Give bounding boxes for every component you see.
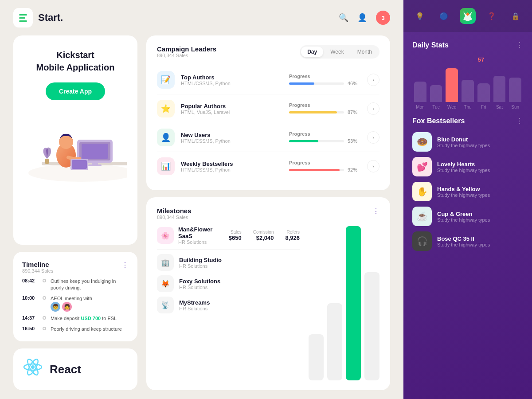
ms-icon-2: 🏢 <box>157 254 174 271</box>
bestseller-item: 🍩 Blue Donut Study the highway types <box>412 132 523 152</box>
ms-icon-1: 🌸 <box>157 227 174 244</box>
campaign-rows: 📝 Top Authors HTML/CSS/JS, Python Progre… <box>157 66 379 180</box>
bestseller-list: 🍩 Blue Donut Study the highway types 💕 L… <box>412 132 523 251</box>
bar-fri <box>477 83 490 102</box>
content: Kickstart Mobile Application Create App <box>0 35 403 399</box>
milestones-subtitle: 890,344 Sales <box>157 215 192 220</box>
create-app-button[interactable]: Create App <box>46 82 105 100</box>
tab-week[interactable]: Week <box>324 47 350 57</box>
bar-sat <box>493 76 506 102</box>
illustration <box>24 111 127 182</box>
popular-authors-icon: ⭐ <box>157 100 175 117</box>
svg-rect-6 <box>88 164 102 166</box>
header: Start. 🔍 👤 3 <box>0 0 403 35</box>
milestone-row-2: 🏢 Building Studio HR Solutions <box>157 254 300 271</box>
search-icon[interactable]: 🔍 <box>339 13 348 23</box>
campaign-title: Campaign Leaders <box>157 45 216 53</box>
milestones-chart <box>309 226 379 380</box>
bar-sun <box>509 78 521 102</box>
bs-img-2: 💕 <box>412 157 432 176</box>
chart-bars <box>412 65 523 102</box>
peak-label: 57 <box>439 56 523 63</box>
milestones-title: Milestones <box>157 207 192 215</box>
bs-img-1: 🍩 <box>412 132 432 152</box>
timeline-subtitle: 890,344 Sales <box>22 268 53 274</box>
timeline-item: 16:50 Poorly driving and keep structure <box>22 326 129 332</box>
daily-stats-section: Daily Stats ⋮ 57 Mon Tue Wed Thu Fri Sat <box>403 32 532 110</box>
campaign-card: Campaign Leaders 890,344 Sales Day Week … <box>146 35 390 190</box>
bs-img-5: 🎧 <box>412 231 432 251</box>
weekly-bestsellers-icon: 📊 <box>157 157 175 175</box>
nav-fox-icon[interactable] <box>460 8 476 24</box>
ms-bar-4 <box>364 272 379 380</box>
fox-bestsellers-title: Fox Bestsellers <box>412 117 465 125</box>
react-label: React <box>50 363 81 376</box>
milestones-list: 🌸 Man&Flower SaaS HR Solutions Sales $65… <box>157 226 300 380</box>
timeline-item: 14:37 Make deposit USD 700 to ESL <box>22 315 129 322</box>
milestone-row-4: 📡 MyStreams HR Solutions <box>157 297 300 313</box>
timeline-item: 10:00 AEOL meeting with 👦 👧 <box>22 295 129 312</box>
fox-bestsellers-more[interactable]: ⋮ <box>516 117 523 125</box>
ms-bar-1 <box>309 334 324 380</box>
timeline-card: Timeline 890,344 Sales ⋮ 08:42 Outlines … <box>13 252 137 341</box>
bs-img-4: ☕ <box>412 207 432 226</box>
tab-month[interactable]: Month <box>351 47 378 57</box>
header-actions: 🔍 👤 3 <box>339 11 390 25</box>
logo-icon <box>13 8 33 27</box>
ms-bar-active <box>346 226 361 380</box>
react-card: React <box>13 348 137 390</box>
milestones-more[interactable]: ⋮ <box>372 207 379 215</box>
timeline-more[interactable]: ⋮ <box>121 261 129 269</box>
svg-rect-4 <box>82 144 108 159</box>
profile-icon[interactable]: 👤 <box>357 13 367 23</box>
ms-icon-3: 🦊 <box>157 275 174 292</box>
bar-tue <box>430 85 442 102</box>
kickstart-title: Kickstart Mobile Application <box>24 49 127 74</box>
campaign-subtitle: 890,344 Sales <box>157 53 216 58</box>
nav-circle-icon[interactable]: 🔵 <box>436 8 452 24</box>
daily-stats-more[interactable]: ⋮ <box>516 41 523 49</box>
app-title: Start. <box>38 12 63 23</box>
row-chevron[interactable]: › <box>367 160 379 172</box>
timeline-title: Timeline <box>22 261 53 268</box>
nav-question-icon[interactable]: ❓ <box>484 8 500 24</box>
react-logo-icon <box>22 356 43 382</box>
row-chevron[interactable]: › <box>367 102 379 115</box>
logo-lines <box>19 14 27 22</box>
bestseller-item: 🎧 Bose QC 35 II Study the highway types <box>412 231 523 251</box>
milestone-row-1: 🌸 Man&Flower SaaS HR Solutions Sales $65… <box>157 226 300 250</box>
row-chevron[interactable]: › <box>367 131 379 144</box>
milestone-row-3: 🦊 Foxy Solutions HR Solutions <box>157 275 300 292</box>
top-authors-icon: 📝 <box>157 71 175 89</box>
bs-img-3: ✋ <box>412 182 432 201</box>
svg-rect-11 <box>45 159 49 164</box>
notification-badge[interactable]: 3 <box>376 11 390 25</box>
timeline-list: 08:42 Outlines keep you Indulging in poo… <box>22 278 129 332</box>
daily-stats-title: Daily Stats <box>412 41 449 49</box>
filter-tabs: Day Week Month <box>300 45 379 59</box>
nav-lock-icon[interactable]: 🔒 <box>508 8 524 24</box>
logo: Start. <box>13 8 63 27</box>
right-sidebar: 💡 🔵 ❓ 🔒 Daily Stats ⋮ 57 <box>403 0 532 399</box>
row-chevron[interactable]: › <box>367 74 379 86</box>
bar-thu <box>462 80 474 102</box>
left-column: Kickstart Mobile Application Create App <box>13 35 137 390</box>
bestseller-item: 💕 Lovely Hearts Study the highway types <box>412 157 523 176</box>
campaign-row: 👤 New Users HTML/CSS/JS, Python Progress <box>157 123 379 152</box>
bestseller-item: ✋ Hands & Yellow Study the highway types <box>412 182 523 201</box>
new-users-icon: 👤 <box>157 129 175 146</box>
right-column: Campaign Leaders 890,344 Sales Day Week … <box>146 35 390 390</box>
bestseller-item: ☕ Cup & Green Study the highway types <box>412 207 523 226</box>
daily-stats-chart: 57 Mon Tue Wed Thu Fri Sat Sun <box>412 56 523 110</box>
milestones-card: Milestones 890,344 Sales ⋮ 🌸 Man&Flower … <box>146 197 390 390</box>
campaign-row: 📝 Top Authors HTML/CSS/JS, Python Progre… <box>157 66 379 94</box>
nav-bulb-icon[interactable]: 💡 <box>412 8 428 24</box>
bar-mon <box>414 82 426 102</box>
tab-day[interactable]: Day <box>301 47 323 57</box>
kickstart-card: Kickstart Mobile Application Create App <box>13 35 137 245</box>
svg-point-12 <box>31 365 35 369</box>
campaign-row: 📊 Weekly Bestsellers HTML/CSS/JS, Python… <box>157 152 379 180</box>
timeline-item: 08:42 Outlines keep you Indulging in poo… <box>22 278 129 292</box>
svg-rect-10 <box>72 160 87 169</box>
fox-bestsellers-section: Fox Bestsellers ⋮ 🍩 Blue Donut Study the… <box>403 110 532 399</box>
